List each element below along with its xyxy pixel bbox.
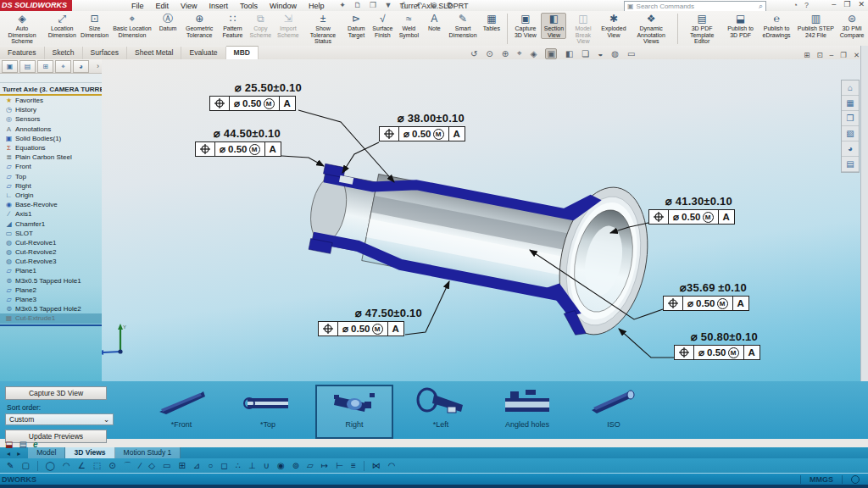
open-icon[interactable]: ❐ [368,1,377,10]
tree-item-cut-extrude1[interactable]: ▦Cut-Extrude1 [0,313,102,323]
tree-item-cut-revolve2[interactable]: ◍Cut-Revolve2 [0,247,102,257]
bottom-tool-icon[interactable]: ≡ [351,461,356,470]
bottom-tool-icon[interactable]: ∕ [140,461,142,470]
tree-item-cut-revolve3[interactable]: ◍Cut-Revolve3 [0,257,102,266]
tree-root-node[interactable]: Turret Axle (3. CAMERA TURRET) [0,83,102,96]
tree-item-equations[interactable]: ΣEquations [0,143,102,152]
datum-button[interactable]: ⒶDatum [155,13,181,33]
print-icon[interactable]: ⎙ [398,1,408,10]
publish-step-icon[interactable]: ▤ [19,440,26,449]
bottom-tool-icon[interactable]: ◠ [63,461,70,470]
dimension-text[interactable]: ⌀ 25.50±0.10 [209,81,302,94]
doc-close-icon[interactable]: ✕ [854,51,860,59]
tree-item-chamfer1[interactable]: ◢Chamfer1 [0,219,102,228]
options-gear-icon[interactable]: ⚙ [444,1,453,10]
undo-icon[interactable]: ↶ [414,1,423,10]
tree-item-material[interactable]: ≣Plain Carbon Steel [0,152,102,162]
menu-tools[interactable]: Tools [240,2,258,10]
tree-item-base-revolve[interactable]: ◉Base-Revolve [0,200,102,209]
tab-3d-views[interactable]: 3D Views [65,447,114,458]
new-document-icon[interactable]: 🗋 [353,1,362,10]
view-palette-icon[interactable]: ▧ [842,126,859,141]
dimension-text[interactable]: ⌀ 38.00±0.10 [379,112,465,125]
dynamic-annotation-views-button[interactable]: ❖Dynamic Annotation Views [627,13,675,46]
view-thumb-left[interactable]: *Left [402,385,480,439]
bottom-tool-icon[interactable]: ✎ [7,461,14,470]
section-view-button[interactable]: ◧Section View [541,13,566,39]
dimension-text[interactable]: ⌀ 41.30±0.10 [648,195,735,208]
geometric-tolerance-button[interactable]: ⊕Geometric Tolerance [181,13,218,39]
zoom-fit-icon[interactable]: ⊙ [486,49,492,58]
tab-sketch[interactable]: Sketch [45,47,83,59]
dimension-text[interactable]: ⌀ 47.50±0.10 [318,307,422,319]
design-library-icon[interactable]: ▦ [842,96,859,111]
tab-features[interactable]: Features [0,47,45,59]
tree-item-axis1[interactable]: ∕Axis1 [0,209,102,219]
bottom-tool-icon[interactable]: ▱ [307,461,314,470]
capture-3d-view-button[interactable]: ▣Capture 3D View [509,13,541,39]
dimension-callout[interactable]: ⌀35.69 ±0.10 ⌀ 0.50M A [663,281,749,312]
tree-item-history[interactable]: ◷History [0,105,102,114]
bottom-tool-icon[interactable]: ⊢ [336,461,343,470]
basic-location-dimension-button[interactable]: ⌖Basic Location Dimension [109,13,155,39]
view-thumb-angled-holes[interactable]: Angled holes [488,385,566,439]
weld-symbol-button[interactable]: ≈Weld Symbol [396,13,421,39]
annotation-views-icon[interactable]: ▭ [627,49,635,58]
units-selector[interactable]: MMGS [810,475,833,484]
menu-file[interactable]: File [131,2,144,10]
split-pane-icon[interactable]: ⊡ [816,51,822,59]
tab-motion-study-1[interactable]: Motion Study 1 [115,447,181,458]
note-button[interactable]: ANote [421,13,447,33]
publish-step-242-button[interactable]: ▥Publish STEP 242 File [796,13,837,39]
feature-control-frame[interactable]: ⌀ 0.50M A [209,96,296,111]
sort-order-select[interactable]: Custom⌄ [5,413,114,425]
tree-item-solid-bodies[interactable]: ▣Solid Bodies(1) [0,134,102,143]
bottom-tool-icon[interactable]: ⊥ [248,461,256,470]
bottom-tool-icon[interactable]: ◇ [148,461,155,470]
dimension-callout[interactable]: ⌀ 25.50±0.10 ⌀ 0.50M A [209,81,302,112]
show-tolerance-status-button[interactable]: ±Show Tolerance Status [303,13,344,46]
appearances-icon[interactable]: ◕ [842,141,859,157]
view-thumb-iso[interactable]: ISO [575,385,653,439]
view-thumb-top[interactable]: *Top [229,385,307,439]
dimension-callout[interactable]: ⌀ 38.00±0.10 ⌀ 0.50M A [379,112,465,142]
tab-sheet-metal[interactable]: Sheet Metal [127,47,181,59]
display-style-icon[interactable]: ◈ [531,49,537,58]
bottom-tool-icon[interactable]: ◻ [220,461,227,470]
tree-item-right-plane[interactable]: ▱Right [0,181,102,191]
tree-item-plane2[interactable]: ▱Plane2 [0,286,102,295]
tree-item-sensors[interactable]: ◎Sensors [0,114,102,124]
bottom-tool-icon[interactable]: ⊞ [178,461,185,470]
pin-icon[interactable]: ✦ [337,1,347,10]
home-icon[interactable]: ⌂ [842,80,859,96]
close-icon[interactable]: ✕ [858,0,865,8]
publish-to-3d-pdf-button[interactable]: ⬓Publish to 3D PDF [724,13,758,39]
publish-to-edrawings-button[interactable]: ℮Publish to eDrawings [758,13,796,39]
feature-control-frame[interactable]: ⌀ 0.50M A [648,209,735,225]
tab-evaluate[interactable]: Evaluate [181,47,225,59]
minimize-icon[interactable]: – [832,0,836,8]
hide-show-items-icon[interactable]: ◧ [565,49,573,58]
dimension-callout[interactable]: ⌀ 47.50±0.10 ⌀ 0.50M A [318,307,422,337]
dimension-callout[interactable]: ⌀ 50.80±0.10 ⌀ 0.50M A [674,330,760,361]
doc-minimize-icon[interactable]: – [830,51,834,59]
tree-item-tapped-hole2[interactable]: ⊚M3x0.5 Tapped Hole2 [0,304,102,313]
globe-icon[interactable] [851,475,860,484]
tree-item-origin[interactable]: ∟Origin [0,191,102,200]
tree-item-favorites[interactable]: ★Favorites [0,96,102,105]
datum-target-button[interactable]: ⊳Datum Target [343,13,369,39]
feature-control-frame[interactable]: ⌀ 0.50M A [195,141,281,157]
bottom-tool-icon[interactable]: ⊙ [108,461,115,470]
tree-item-slot[interactable]: ▭SLOT [0,229,102,238]
smart-dimension-button[interactable]: ✎Smart Dimension [447,13,479,39]
section-view-toggle-icon[interactable]: ▣ [545,48,556,59]
feature-control-frame[interactable]: ⌀ 0.50M A [674,345,760,360]
surface-finish-button[interactable]: √Surface Finish [369,13,396,39]
bottom-tool-icon[interactable]: ⌒ [124,460,132,472]
menu-help[interactable]: Help [309,2,325,10]
dimxpert-tab-icon[interactable]: ⌖ [55,60,71,73]
bottom-tool-icon[interactable]: ◠ [388,461,396,470]
featuremanager-tab-icon[interactable]: ▣ [2,60,18,73]
tree-item-top-plane[interactable]: ▱Top [0,172,102,181]
auto-dimension-scheme-button[interactable]: ◈Auto Dimension Scheme [0,13,44,46]
